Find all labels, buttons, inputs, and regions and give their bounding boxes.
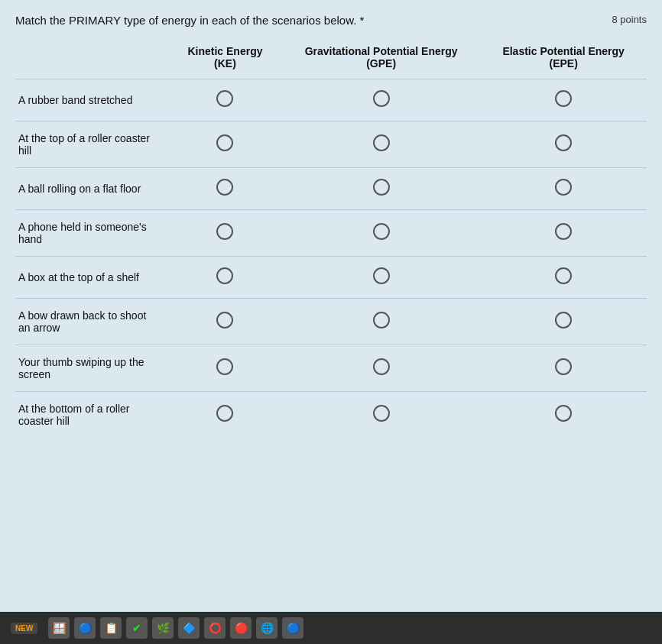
radio-cell-4-epe[interactable] [480,210,647,257]
radio-7-gpe[interactable] [373,358,390,375]
radio-8-epe[interactable] [555,405,572,422]
taskbar-icon-9[interactable]: 🌐 [256,617,277,639]
radio-cell-2-gpe[interactable] [282,121,480,168]
table-row: A bow drawn back to shoot an arrow [15,299,647,345]
radio-cell-7-ke[interactable] [168,345,282,392]
radio-4-gpe[interactable] [373,223,390,240]
scenario-label-7: Your thumb swiping up the screen [15,345,168,392]
table-row: A phone held in someone's hand [15,210,647,257]
radio-cell-3-epe[interactable] [480,168,647,210]
radio-5-epe[interactable] [555,267,572,284]
scenario-label-5: A box at the top of a shelf [15,257,168,299]
points-label: 8 points [612,14,647,25]
radio-cell-1-epe[interactable] [480,79,647,121]
matching-table: Kinetic Energy (KE) Gravitational Potent… [15,39,647,438]
taskbar-icon-1[interactable]: 🪟 [48,617,70,639]
radio-cell-7-gpe[interactable] [282,345,480,392]
table-row: Your thumb swiping up the screen [15,345,647,392]
radio-2-epe[interactable] [555,134,572,151]
radio-4-epe[interactable] [555,223,572,240]
radio-cell-8-gpe[interactable] [282,392,480,439]
taskbar-icon-3[interactable]: 📋 [100,617,122,639]
radio-6-epe[interactable] [555,312,572,328]
table-row: A rubber band stretched [15,79,647,121]
scenario-label-3: A ball rolling on a flat floor [15,168,168,210]
question-header: Match the PRIMARY type of energy in each… [15,14,647,27]
radio-cell-1-gpe[interactable] [282,79,480,121]
scenario-label-1: A rubber band stretched [15,79,168,121]
taskbar-new-badge[interactable]: NEW [5,615,44,641]
radio-cell-2-ke[interactable] [168,121,282,168]
radio-2-gpe[interactable] [373,134,390,151]
taskbar-icon-4[interactable]: ✔ [126,617,148,639]
radio-7-ke[interactable] [216,358,233,375]
radio-6-ke[interactable] [216,312,233,328]
radio-cell-4-ke[interactable] [168,210,282,257]
radio-3-gpe[interactable] [373,179,390,196]
table-row: At the top of a roller coaster hill [15,121,647,168]
radio-1-gpe[interactable] [373,90,390,107]
scenario-label-8: At the bottom of a roller coaster hill [15,392,168,439]
radio-cell-3-ke[interactable] [168,168,282,210]
radio-cell-6-ke[interactable] [168,299,282,345]
radio-cell-8-ke[interactable] [168,392,282,439]
radio-8-gpe[interactable] [373,405,390,422]
radio-cell-5-epe[interactable] [480,257,647,299]
radio-cell-3-gpe[interactable] [282,168,480,210]
question-text: Match the PRIMARY type of energy in each… [15,14,364,27]
taskbar-icon-2[interactable]: 🔵 [74,617,96,639]
new-label: NEW [11,623,37,634]
col-header-epe: Elastic Potential Energy (EPE) [480,39,647,79]
radio-cell-8-epe[interactable] [480,392,647,439]
taskbar-icon-6[interactable]: 🔷 [178,617,200,639]
taskbar: NEW 🪟 🔵 📋 ✔ 🌿 🔷 ⭕ 🔴 🌐 🔵 [0,612,662,644]
radio-cell-6-epe[interactable] [480,299,647,345]
radio-cell-1-ke[interactable] [168,79,282,121]
radio-cell-5-gpe[interactable] [282,257,480,299]
col-header-scenario [15,39,168,79]
radio-cell-6-gpe[interactable] [282,299,480,345]
taskbar-icon-10[interactable]: 🔵 [282,617,303,639]
radio-6-gpe[interactable] [373,312,390,328]
radio-2-ke[interactable] [216,134,233,151]
taskbar-icon-5[interactable]: 🌿 [152,617,174,639]
page-container: Match the PRIMARY type of energy in each… [0,0,662,611]
taskbar-icon-7[interactable]: ⭕ [204,617,226,639]
radio-8-ke[interactable] [216,405,233,422]
radio-cell-5-ke[interactable] [168,257,282,299]
scenario-label-2: At the top of a roller coaster hill [15,121,168,168]
radio-1-ke[interactable] [216,90,233,107]
radio-5-ke[interactable] [216,267,233,284]
radio-4-ke[interactable] [216,223,233,240]
radio-5-gpe[interactable] [373,267,390,284]
radio-cell-2-epe[interactable] [480,121,647,168]
radio-cell-7-epe[interactable] [480,345,647,392]
table-row: A ball rolling on a flat floor [15,168,647,210]
table-row: At the bottom of a roller coaster hill [15,392,647,439]
table-row: A box at the top of a shelf [15,257,647,299]
radio-cell-4-gpe[interactable] [282,210,480,257]
col-header-gpe: Gravitational Potential Energy (GPE) [282,39,480,79]
scenario-label-4: A phone held in someone's hand [15,210,168,257]
taskbar-icon-8[interactable]: 🔴 [230,617,251,639]
radio-3-epe[interactable] [555,179,572,196]
radio-1-epe[interactable] [555,90,572,107]
col-header-ke: Kinetic Energy (KE) [168,39,282,79]
radio-7-epe[interactable] [555,358,572,375]
radio-3-ke[interactable] [216,179,233,196]
scenario-label-6: A bow drawn back to shoot an arrow [15,299,168,345]
